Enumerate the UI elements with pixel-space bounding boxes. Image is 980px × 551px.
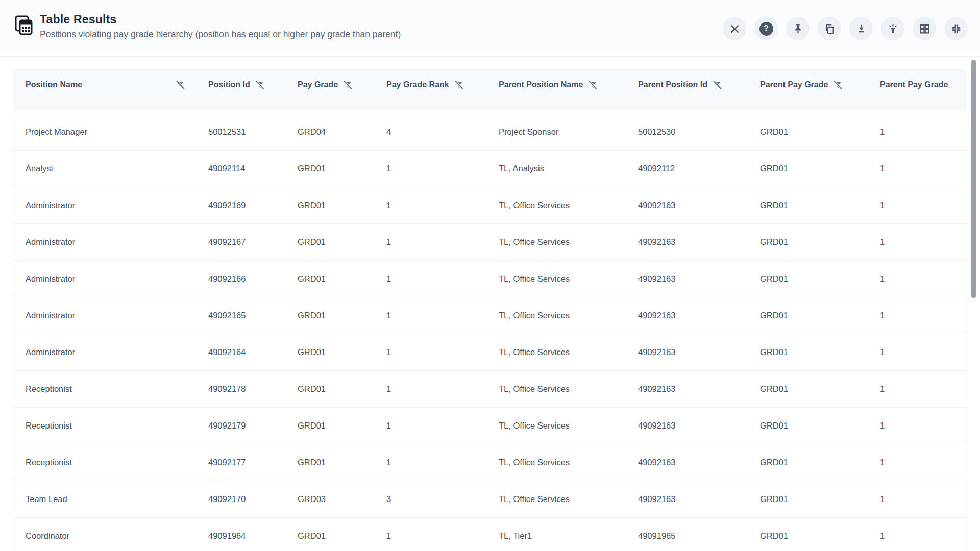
table-row[interactable]: Administrator49092165GRD011TL, Office Se… (13, 297, 967, 334)
cell-parent_pay_grade: GRD01 (760, 384, 880, 394)
cell-pay_grade: GRD01 (298, 274, 386, 284)
download-button[interactable] (849, 17, 873, 40)
cell-parent_position_name: TL, Office Services (499, 347, 638, 357)
column-label: Position Id (208, 80, 250, 89)
cell-pay_grade: GRD01 (298, 421, 386, 431)
cell-position_id: 49092165 (208, 311, 298, 320)
page-title: Table Results (40, 13, 401, 27)
column-header-position_name[interactable]: Position Name (13, 70, 208, 99)
cell-pay_grade_rank: 1 (386, 311, 499, 320)
table-body: Project Manager50012531GRD044Project Spo… (13, 113, 967, 551)
table-row[interactable]: Analyst49092114GRD011TL, Analysis4909211… (13, 150, 967, 187)
vertical-scrollbar-thumb[interactable] (971, 60, 976, 298)
cell-pay_grade: GRD01 (298, 458, 386, 467)
cell-position_name: Administrator (13, 311, 208, 320)
cell-pay_grade_rank: 1 (386, 347, 499, 357)
copy-icon (824, 23, 836, 35)
collapse-button[interactable] (944, 17, 968, 40)
table-row[interactable]: Administrator49092164GRD011TL, Office Se… (13, 334, 967, 370)
filter-off-icon[interactable] (712, 80, 723, 90)
close-button[interactable] (723, 17, 746, 40)
filter-off-icon[interactable] (175, 80, 186, 90)
cell-parent_position_id: 49092163 (638, 311, 760, 320)
cell-position_name: Analyst (13, 164, 208, 173)
column-header-position_id[interactable]: Position Id (208, 70, 298, 99)
column-label: Parent Position Id (638, 80, 707, 89)
grid-view-button[interactable] (913, 17, 936, 40)
cell-position_id: 49092170 (208, 494, 298, 504)
table-row[interactable]: Administrator49092169GRD011TL, Office Se… (13, 187, 967, 223)
column-label: Position Name (26, 80, 82, 89)
cell-parent_position_name: TL, Office Services (499, 311, 638, 320)
table-header-row: Position NamePosition IdPay GradePay Gra… (13, 70, 967, 113)
cell-parent_pay_grade: GRD01 (760, 164, 880, 173)
table-row[interactable]: Administrator49092167GRD011TL, Office Se… (13, 223, 967, 260)
column-header-pay_grade_rank[interactable]: Pay Grade Rank (386, 70, 499, 99)
column-header-parent_pay_grade[interactable]: Parent Pay Grade (760, 70, 880, 99)
cell-position_id: 49092166 (208, 274, 298, 284)
cell-parent_position_id: 50012530 (638, 127, 760, 137)
cell-position_id: 49092169 (208, 201, 298, 210)
cell-position_name: Administrator (13, 201, 208, 210)
table-row[interactable]: Team Lead49092170GRD033TL, Office Servic… (13, 481, 967, 517)
table-row[interactable]: Receptionist49092177GRD011TL, Office Ser… (13, 444, 967, 481)
cell-pay_grade_rank: 3 (386, 494, 499, 504)
cell-parent_position_name: Project Sponsor (499, 127, 638, 137)
filter-off-icon[interactable] (454, 80, 464, 90)
cell-pay_grade_rank: 1 (386, 201, 499, 210)
cell-parent_pay_grade: GRD01 (760, 458, 880, 467)
cell-position_id: 49092167 (208, 237, 298, 247)
toolbar: ? (723, 17, 968, 40)
copy-button[interactable] (818, 17, 841, 40)
column-header-parent_position_name[interactable]: Parent Position Name (499, 70, 638, 99)
filter-off-icon[interactable] (587, 80, 598, 90)
table-copy-icon (12, 14, 35, 36)
cell-parent_position_name: TL, Office Services (499, 384, 638, 394)
cell-position_id: 49092114 (208, 164, 298, 173)
cell-position_name: Project Manager (13, 127, 208, 137)
table-results-card: Position NamePosition IdPay GradePay Gra… (13, 69, 967, 551)
cell-parent_pay_grade_rank: 1 (880, 421, 967, 431)
table-row[interactable]: Receptionist49092178GRD011TL, Office Ser… (13, 370, 967, 407)
x-icon (729, 23, 741, 35)
cell-parent_pay_grade_rank: 1 (880, 127, 967, 137)
cell-parent_position_id: 49092163 (638, 384, 760, 394)
cell-parent_position_id: 49092163 (638, 274, 760, 284)
cell-parent_position_id: 49092163 (638, 237, 760, 247)
cell-position_name: Team Lead (13, 494, 208, 504)
column-label: Pay Grade Rank (386, 80, 449, 89)
table-row[interactable]: Receptionist49092179GRD011TL, Office Ser… (13, 407, 967, 444)
pushpin-icon (792, 23, 804, 35)
cell-parent_pay_grade_rank: 1 (880, 384, 967, 394)
cell-pay_grade_rank: 1 (386, 384, 499, 394)
spotlight-icon (887, 23, 899, 35)
cell-parent_position_name: TL, Tier1 (499, 531, 638, 541)
pin-button[interactable] (786, 17, 810, 40)
cell-parent_pay_grade: GRD01 (760, 274, 880, 284)
table-row[interactable]: Administrator49092166GRD011TL, Office Se… (13, 260, 967, 297)
cell-position_name: Administrator (13, 347, 208, 357)
cell-parent_position_id: 49092163 (638, 494, 760, 504)
column-label: Pay Grade (298, 80, 338, 89)
column-header-parent_pay_grade_rank[interactable]: Parent Pay Grade (880, 70, 967, 99)
column-header-parent_position_id[interactable]: Parent Position Id (638, 70, 760, 99)
column-header-pay_grade[interactable]: Pay Grade (298, 70, 386, 99)
table-row[interactable]: Project Manager50012531GRD044Project Spo… (13, 113, 967, 150)
cell-position_id: 49092178 (208, 384, 298, 394)
cell-position_name: Receptionist (13, 421, 208, 431)
table-row[interactable]: Coordinator49091964GRD011TL, Tier1490919… (13, 517, 967, 551)
cell-parent_position_name: TL, Office Services (499, 237, 638, 247)
cell-position_id: 49092164 (208, 347, 298, 357)
cell-parent_pay_grade: GRD01 (760, 347, 880, 357)
filter-off-icon[interactable] (342, 80, 353, 90)
question-icon: ? (760, 22, 773, 36)
filter-off-icon[interactable] (255, 80, 265, 90)
help-button[interactable]: ? (754, 17, 778, 40)
cell-parent_pay_grade: GRD01 (760, 421, 880, 431)
filter-off-icon[interactable] (832, 80, 843, 90)
cell-pay_grade: GRD01 (298, 164, 386, 173)
insights-button[interactable] (881, 17, 904, 40)
cell-parent_pay_grade_rank: 1 (880, 494, 967, 504)
cell-pay_grade: GRD03 (298, 494, 386, 504)
cell-pay_grade_rank: 1 (386, 164, 499, 173)
